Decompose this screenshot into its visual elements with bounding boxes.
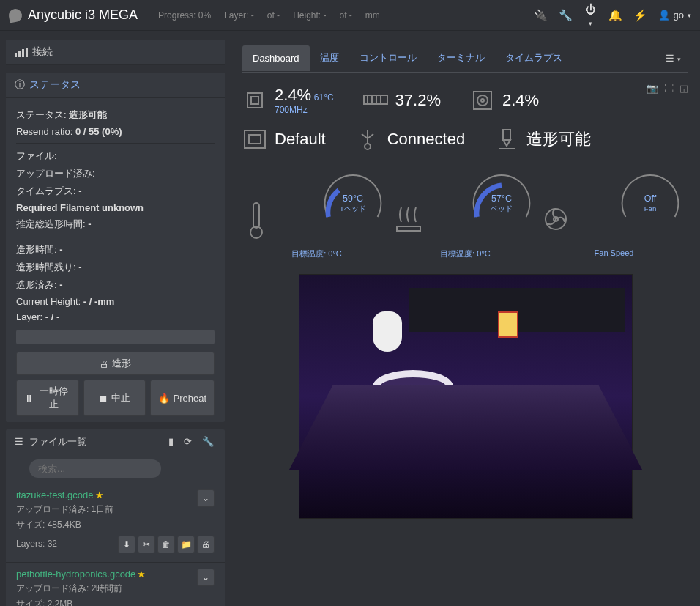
tab-timelapse[interactable]: タイムラプス (495, 44, 573, 72)
printer-state-stat: 造形可能 (494, 128, 591, 150)
signal-icon (15, 48, 28, 57)
printleft-label: 造形時間残り: (16, 262, 76, 273)
heatbed-icon (394, 197, 464, 248)
tab-terminal[interactable]: ターミナル (427, 44, 495, 72)
download-icon[interactable]: ⬇ (118, 536, 135, 553)
star-icon[interactable]: ★ (95, 489, 104, 500)
cpu-pct: 2.4% (275, 86, 311, 104)
power-icon[interactable]: ⏻ ▾ (584, 3, 598, 28)
bell-icon[interactable]: 🔔 (608, 9, 623, 22)
svg-rect-0 (247, 93, 262, 108)
printer-state: 造形可能 (526, 128, 591, 150)
progress-bar (16, 330, 215, 344)
printer-title: Anycubic i3 MEGA (28, 7, 138, 23)
disk-stat: 2.4% (470, 89, 539, 111)
wrench-icon[interactable]: 🔧 (559, 9, 573, 22)
nav-layer-of: of - (267, 10, 280, 21)
slice-icon[interactable]: ✂ (138, 536, 155, 553)
star-icon[interactable]: ★ (137, 569, 146, 580)
bolt-icon[interactable]: ⚡ (633, 9, 648, 22)
file-entry: petbottle-hydroponics.gcode★ ⌄ アップロード済み:… (6, 563, 225, 606)
svg-rect-20 (253, 203, 259, 228)
nozzle-icon (494, 128, 519, 150)
state-label: ステータス: (16, 109, 67, 120)
user-menu[interactable]: 👤 go ▾ (658, 10, 691, 21)
tab-dashboard[interactable]: Dashboard (242, 45, 310, 71)
search-input[interactable] (29, 459, 161, 478)
nav-layer: Layer: - (224, 10, 254, 21)
svg-text:Off: Off (644, 193, 657, 204)
pause-button[interactable]: ⏸ 一時停止 (16, 380, 79, 416)
print-file-icon[interactable]: 🖨 (197, 536, 215, 553)
svg-marker-17 (503, 140, 510, 146)
print-button[interactable]: 🖨 造形 (16, 352, 215, 375)
preheat-button[interactable]: 🔥 Preheat (150, 380, 215, 416)
user-icon: 👤 (658, 10, 670, 21)
printleft-value: - (78, 262, 81, 273)
conn-state: Connected (387, 130, 465, 149)
webcam-stream[interactable] (299, 274, 633, 519)
svg-text:ベッド: ベッド (491, 204, 513, 213)
print-icon: 🖨 (100, 358, 109, 369)
svg-rect-16 (503, 130, 510, 140)
cpu-stat: 2.4% 61°C 700MHz (242, 86, 334, 115)
printtime-label: 造形時間: (16, 244, 57, 255)
sd-card-icon[interactable]: ▮ (166, 434, 176, 449)
esttime-value: - (88, 218, 91, 229)
refresh-icon[interactable]: ⟳ (182, 434, 194, 449)
list-icon: ☰ (15, 436, 23, 447)
disk-pct: 2.4% (502, 91, 539, 110)
status-title[interactable]: ステータス (29, 78, 81, 92)
fullscreen-icon[interactable]: ⛶ (664, 83, 674, 94)
state-value: 造形可能 (69, 109, 107, 120)
uploaded-label: アップロード済み: (16, 167, 215, 180)
webcam-toggle-icon[interactable]: 📷 (647, 83, 658, 94)
flame-icon: 🔥 (158, 393, 170, 404)
settings-wrench-icon[interactable]: 🔧 (200, 434, 216, 449)
pause-label: 一時停止 (37, 385, 71, 411)
svg-text:59°C: 59°C (343, 193, 363, 204)
nav-icons: 🔌 🔧 ⏻ ▾ 🔔 ⚡ 👤 go ▾ (534, 3, 691, 28)
file-layers: Layers: 32 (16, 539, 57, 549)
folder-icon[interactable]: 📁 (177, 536, 195, 553)
tab-temperature[interactable]: 温度 (310, 44, 349, 72)
tab-menu-icon[interactable]: ☰ ▾ (658, 48, 688, 68)
svg-line-14 (362, 134, 368, 138)
resend-label: Resend ratio: (16, 126, 72, 137)
disk-icon (470, 89, 495, 111)
filament-label: Required Filament unknown (16, 202, 215, 213)
connection-title: 接続 (32, 45, 53, 59)
file-entry: itazuke-test.gcode★ ⌄ アップロード済み: 1日前 サイズ:… (6, 484, 225, 563)
expand-icon[interactable]: ◱ (679, 83, 688, 94)
file-size: サイズ: 485.4KB (16, 519, 215, 531)
brand[interactable]: Anycubic i3 MEGA (9, 7, 138, 23)
curheight-value: - / -mm (83, 296, 115, 307)
plug-icon[interactable]: 🔌 (534, 9, 548, 22)
pause-icon: ⏸ (24, 393, 34, 404)
print-label: 造形 (112, 357, 131, 370)
layer-value: - / - (45, 311, 60, 322)
file-dropdown[interactable]: ⌄ (197, 489, 215, 507)
printed-value: - (59, 279, 62, 290)
tab-control[interactable]: コントロール (349, 44, 427, 72)
esttime-label: 推定総造形時間: (16, 218, 86, 229)
svg-rect-10 (245, 130, 265, 148)
stop-button[interactable]: ⏹ 中止 (83, 380, 146, 416)
svg-line-15 (368, 134, 373, 138)
file-name[interactable]: petbottle-hydroponics.gcode (16, 569, 135, 580)
trash-icon[interactable]: 🗑 (157, 536, 175, 553)
mem-pct: 37.2% (395, 91, 441, 110)
status-panel-header: ⓘ ステータス (6, 73, 225, 98)
bed-target: 目標温度: 0°C (394, 248, 537, 259)
files-panel-header: ☰ ファイル一覧 ▮ ⟳ 🔧 (6, 429, 225, 454)
file-name[interactable]: itazuke-test.gcode (16, 489, 94, 500)
connection-panel-header[interactable]: 接続 (6, 40, 225, 65)
fan-target: Fan Speed (543, 248, 686, 257)
nav-height-of: of - (339, 10, 351, 21)
usb-icon (355, 128, 380, 150)
chevron-down-icon: ▾ (688, 12, 691, 19)
file-dropdown[interactable]: ⌄ (197, 569, 215, 586)
svg-point-12 (365, 144, 371, 149)
profile-name: Default (275, 130, 326, 149)
printtime-value: - (59, 244, 62, 255)
